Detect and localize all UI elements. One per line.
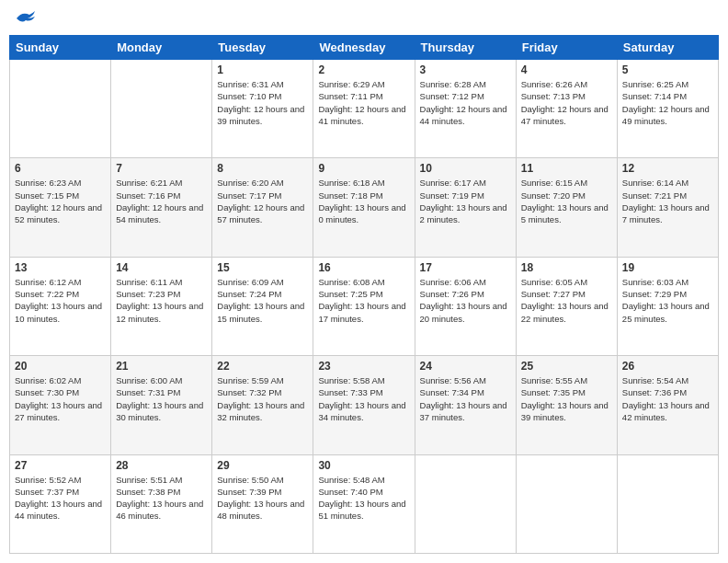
calendar-cell: 7Sunrise: 6:21 AM Sunset: 7:16 PM Daylig… bbox=[111, 158, 212, 257]
calendar-cell bbox=[111, 60, 212, 158]
day-number: 11 bbox=[521, 162, 612, 175]
calendar-cell: 6Sunrise: 6:23 AM Sunset: 7:15 PM Daylig… bbox=[10, 158, 111, 257]
day-info: Sunrise: 6:17 AM Sunset: 7:19 PM Dayligh… bbox=[420, 177, 511, 225]
week-row-4: 20Sunrise: 6:02 AM Sunset: 7:30 PM Dayli… bbox=[10, 356, 719, 454]
calendar-cell: 17Sunrise: 6:06 AM Sunset: 7:26 PM Dayli… bbox=[415, 257, 516, 355]
day-info: Sunrise: 6:09 AM Sunset: 7:24 PM Dayligh… bbox=[217, 276, 308, 325]
day-number: 15 bbox=[217, 261, 308, 274]
day-info: Sunrise: 6:02 AM Sunset: 7:30 PM Dayligh… bbox=[15, 374, 106, 423]
week-row-1: 1Sunrise: 6:31 AM Sunset: 7:10 PM Daylig… bbox=[10, 60, 719, 158]
calendar-cell: 15Sunrise: 6:09 AM Sunset: 7:24 PM Dayli… bbox=[212, 257, 313, 355]
day-number: 1 bbox=[217, 63, 308, 76]
day-number: 10 bbox=[420, 162, 511, 175]
week-row-3: 13Sunrise: 6:12 AM Sunset: 7:22 PM Dayli… bbox=[10, 257, 719, 355]
day-number: 23 bbox=[318, 360, 409, 373]
calendar-cell: 30Sunrise: 5:48 AM Sunset: 7:40 PM Dayli… bbox=[313, 454, 415, 553]
calendar-cell bbox=[617, 454, 718, 553]
day-info: Sunrise: 6:05 AM Sunset: 7:27 PM Dayligh… bbox=[521, 276, 612, 325]
day-info: Sunrise: 6:31 AM Sunset: 7:10 PM Dayligh… bbox=[217, 78, 308, 127]
header bbox=[9, 9, 719, 28]
day-number: 18 bbox=[521, 261, 612, 274]
day-number: 12 bbox=[622, 162, 713, 175]
day-info: Sunrise: 6:14 AM Sunset: 7:21 PM Dayligh… bbox=[622, 177, 713, 225]
week-row-2: 6Sunrise: 6:23 AM Sunset: 7:15 PM Daylig… bbox=[10, 158, 719, 257]
day-info: Sunrise: 5:50 AM Sunset: 7:39 PM Dayligh… bbox=[217, 474, 308, 523]
calendar-cell: 29Sunrise: 5:50 AM Sunset: 7:39 PM Dayli… bbox=[212, 454, 313, 553]
day-number: 8 bbox=[217, 162, 308, 175]
day-info: Sunrise: 5:58 AM Sunset: 7:33 PM Dayligh… bbox=[318, 374, 409, 423]
day-number: 26 bbox=[622, 360, 713, 373]
calendar-cell bbox=[516, 454, 617, 553]
day-info: Sunrise: 6:08 AM Sunset: 7:25 PM Dayligh… bbox=[318, 276, 409, 325]
page: SundayMondayTuesdayWednesdayThursdayFrid… bbox=[0, 0, 728, 563]
day-info: Sunrise: 6:06 AM Sunset: 7:26 PM Dayligh… bbox=[420, 276, 511, 325]
day-info: Sunrise: 6:29 AM Sunset: 7:11 PM Dayligh… bbox=[318, 78, 409, 127]
weekday-header-friday: Friday bbox=[516, 36, 617, 60]
calendar-cell: 14Sunrise: 6:11 AM Sunset: 7:23 PM Dayli… bbox=[111, 257, 212, 355]
day-info: Sunrise: 6:21 AM Sunset: 7:16 PM Dayligh… bbox=[116, 177, 207, 225]
calendar-cell: 4Sunrise: 6:26 AM Sunset: 7:13 PM Daylig… bbox=[516, 60, 617, 158]
day-number: 21 bbox=[116, 360, 207, 373]
day-info: Sunrise: 6:25 AM Sunset: 7:14 PM Dayligh… bbox=[622, 78, 713, 127]
day-info: Sunrise: 6:28 AM Sunset: 7:12 PM Dayligh… bbox=[420, 78, 511, 127]
calendar-cell: 3Sunrise: 6:28 AM Sunset: 7:12 PM Daylig… bbox=[415, 60, 516, 158]
calendar-cell: 26Sunrise: 5:54 AM Sunset: 7:36 PM Dayli… bbox=[617, 356, 718, 454]
weekday-header-monday: Monday bbox=[111, 36, 212, 60]
day-info: Sunrise: 5:55 AM Sunset: 7:35 PM Dayligh… bbox=[521, 374, 612, 423]
day-number: 9 bbox=[318, 162, 409, 175]
calendar-cell: 24Sunrise: 5:56 AM Sunset: 7:34 PM Dayli… bbox=[415, 356, 516, 454]
day-number: 6 bbox=[15, 162, 106, 175]
calendar-cell: 2Sunrise: 6:29 AM Sunset: 7:11 PM Daylig… bbox=[313, 60, 415, 158]
calendar-cell: 23Sunrise: 5:58 AM Sunset: 7:33 PM Dayli… bbox=[313, 356, 415, 454]
day-info: Sunrise: 6:18 AM Sunset: 7:18 PM Dayligh… bbox=[318, 177, 409, 225]
day-info: Sunrise: 6:12 AM Sunset: 7:22 PM Dayligh… bbox=[15, 276, 106, 325]
calendar-cell: 25Sunrise: 5:55 AM Sunset: 7:35 PM Dayli… bbox=[516, 356, 617, 454]
calendar-cell: 20Sunrise: 6:02 AM Sunset: 7:30 PM Dayli… bbox=[10, 356, 111, 454]
day-info: Sunrise: 6:20 AM Sunset: 7:17 PM Dayligh… bbox=[217, 177, 308, 225]
weekday-header-wednesday: Wednesday bbox=[313, 36, 415, 60]
day-info: Sunrise: 6:23 AM Sunset: 7:15 PM Dayligh… bbox=[15, 177, 106, 225]
weekday-header-sunday: Sunday bbox=[10, 36, 111, 60]
day-number: 25 bbox=[521, 360, 612, 373]
day-number: 30 bbox=[318, 459, 409, 472]
calendar-cell: 9Sunrise: 6:18 AM Sunset: 7:18 PM Daylig… bbox=[313, 158, 415, 257]
calendar-cell: 1Sunrise: 6:31 AM Sunset: 7:10 PM Daylig… bbox=[212, 60, 313, 158]
day-info: Sunrise: 6:11 AM Sunset: 7:23 PM Dayligh… bbox=[116, 276, 207, 325]
day-number: 19 bbox=[622, 261, 713, 274]
day-info: Sunrise: 6:03 AM Sunset: 7:29 PM Dayligh… bbox=[622, 276, 713, 325]
day-number: 20 bbox=[15, 360, 106, 373]
calendar-cell: 16Sunrise: 6:08 AM Sunset: 7:25 PM Dayli… bbox=[313, 257, 415, 355]
calendar-cell bbox=[10, 60, 111, 158]
day-number: 16 bbox=[318, 261, 409, 274]
weekday-header-thursday: Thursday bbox=[415, 36, 516, 60]
day-info: Sunrise: 5:52 AM Sunset: 7:37 PM Dayligh… bbox=[15, 474, 106, 523]
day-info: Sunrise: 5:48 AM Sunset: 7:40 PM Dayligh… bbox=[318, 474, 409, 523]
day-number: 29 bbox=[217, 459, 308, 472]
day-number: 7 bbox=[116, 162, 207, 175]
day-info: Sunrise: 5:59 AM Sunset: 7:32 PM Dayligh… bbox=[217, 374, 308, 423]
day-info: Sunrise: 6:15 AM Sunset: 7:20 PM Dayligh… bbox=[521, 177, 612, 225]
calendar-cell: 19Sunrise: 6:03 AM Sunset: 7:29 PM Dayli… bbox=[617, 257, 718, 355]
calendar: SundayMondayTuesdayWednesdayThursdayFrid… bbox=[9, 35, 719, 554]
day-info: Sunrise: 5:54 AM Sunset: 7:36 PM Dayligh… bbox=[622, 374, 713, 423]
calendar-cell: 22Sunrise: 5:59 AM Sunset: 7:32 PM Dayli… bbox=[212, 356, 313, 454]
calendar-cell: 13Sunrise: 6:12 AM Sunset: 7:22 PM Dayli… bbox=[10, 257, 111, 355]
day-number: 3 bbox=[420, 63, 511, 76]
day-info: Sunrise: 5:51 AM Sunset: 7:38 PM Dayligh… bbox=[116, 474, 207, 523]
week-row-5: 27Sunrise: 5:52 AM Sunset: 7:37 PM Dayli… bbox=[10, 454, 719, 553]
calendar-cell: 11Sunrise: 6:15 AM Sunset: 7:20 PM Dayli… bbox=[516, 158, 617, 257]
weekday-header-saturday: Saturday bbox=[617, 36, 718, 60]
calendar-cell: 10Sunrise: 6:17 AM Sunset: 7:19 PM Dayli… bbox=[415, 158, 516, 257]
calendar-cell: 27Sunrise: 5:52 AM Sunset: 7:37 PM Dayli… bbox=[10, 454, 111, 553]
calendar-cell bbox=[415, 454, 516, 553]
weekday-header-row: SundayMondayTuesdayWednesdayThursdayFrid… bbox=[10, 36, 719, 60]
day-number: 5 bbox=[622, 63, 713, 76]
logo bbox=[13, 9, 37, 28]
day-number: 17 bbox=[420, 261, 511, 274]
calendar-cell: 12Sunrise: 6:14 AM Sunset: 7:21 PM Dayli… bbox=[617, 158, 718, 257]
calendar-cell: 5Sunrise: 6:25 AM Sunset: 7:14 PM Daylig… bbox=[617, 60, 718, 158]
weekday-header-tuesday: Tuesday bbox=[212, 36, 313, 60]
calendar-cell: 21Sunrise: 6:00 AM Sunset: 7:31 PM Dayli… bbox=[111, 356, 212, 454]
calendar-cell: 28Sunrise: 5:51 AM Sunset: 7:38 PM Dayli… bbox=[111, 454, 212, 553]
day-info: Sunrise: 6:26 AM Sunset: 7:13 PM Dayligh… bbox=[521, 78, 612, 127]
